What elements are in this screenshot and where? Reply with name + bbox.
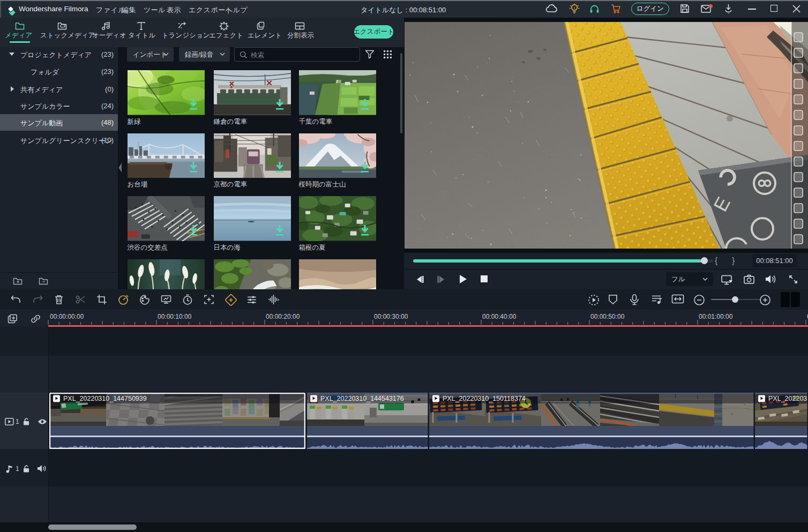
svg-text:PXL_20220310: PXL_20220310 (768, 395, 808, 402)
svg-text:PXL_20220310_144750939: PXL_20220310_144750939 (63, 395, 147, 402)
svg-text:PXL_20220310_144543176: PXL_20220310_144543176 (320, 395, 404, 402)
svg-text:PXL_20220310_150118374: PXL_20220310_150118374 (443, 395, 526, 402)
svg-text:!: ! (574, 6, 575, 11)
